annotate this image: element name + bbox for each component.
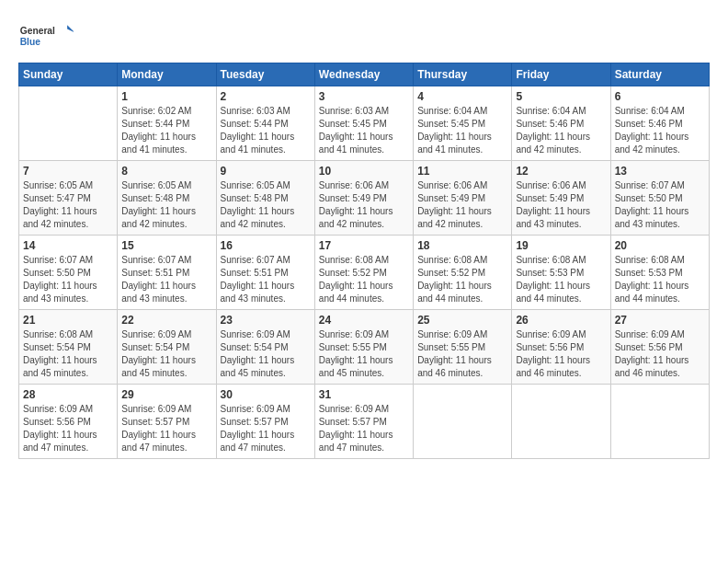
day-cell — [19, 86, 118, 161]
day-info: Sunrise: 6:03 AMSunset: 5:44 PMDaylight:… — [221, 105, 311, 156]
day-info: Sunrise: 6:04 AMSunset: 5:46 PMDaylight:… — [615, 105, 705, 156]
day-info: Sunrise: 6:06 AMSunset: 5:49 PMDaylight:… — [319, 179, 409, 231]
logo: General Blue — [18, 18, 74, 55]
svg-text:General: General — [20, 26, 55, 36]
day-info: Sunrise: 6:09 AMSunset: 5:56 PMDaylight:… — [516, 328, 606, 380]
day-cell: 31Sunrise: 6:09 AMSunset: 5:57 PMDayligh… — [314, 385, 413, 459]
day-cell: 25Sunrise: 6:09 AMSunset: 5:55 PMDayligh… — [414, 310, 512, 385]
day-cell — [414, 385, 512, 459]
day-cell: 26Sunrise: 6:09 AMSunset: 5:56 PMDayligh… — [512, 310, 610, 385]
header-row: SundayMondayTuesdayWednesdayThursdayFrid… — [19, 63, 710, 86]
day-info: Sunrise: 6:06 AMSunset: 5:49 PMDaylight:… — [516, 179, 606, 231]
day-number: 2 — [221, 90, 311, 103]
svg-text:Blue: Blue — [20, 37, 41, 47]
day-number: 10 — [319, 165, 409, 178]
day-info: Sunrise: 6:06 AMSunset: 5:49 PMDaylight:… — [417, 179, 507, 231]
day-number: 21 — [23, 314, 113, 327]
day-info: Sunrise: 6:09 AMSunset: 5:56 PMDaylight:… — [23, 403, 113, 454]
day-cell: 20Sunrise: 6:08 AMSunset: 5:53 PMDayligh… — [610, 236, 709, 310]
day-info: Sunrise: 6:09 AMSunset: 5:57 PMDaylight:… — [221, 403, 311, 454]
day-info: Sunrise: 6:03 AMSunset: 5:45 PMDaylight:… — [319, 105, 409, 156]
day-number: 24 — [319, 314, 409, 327]
day-number: 28 — [23, 388, 113, 401]
week-row-5: 28Sunrise: 6:09 AMSunset: 5:56 PMDayligh… — [19, 385, 710, 459]
day-number: 7 — [23, 165, 113, 178]
day-info: Sunrise: 6:07 AMSunset: 5:51 PMDaylight:… — [121, 254, 211, 305]
day-number: 14 — [23, 239, 113, 252]
day-number: 27 — [615, 314, 705, 327]
day-cell: 3Sunrise: 6:03 AMSunset: 5:45 PMDaylight… — [314, 86, 413, 161]
day-cell: 8Sunrise: 6:05 AMSunset: 5:48 PMDaylight… — [118, 161, 216, 236]
day-cell: 14Sunrise: 6:07 AMSunset: 5:50 PMDayligh… — [19, 236, 118, 310]
day-number: 11 — [417, 165, 507, 178]
day-number: 17 — [319, 239, 409, 252]
day-number: 15 — [121, 239, 211, 252]
day-number: 3 — [319, 90, 409, 103]
header-cell-friday: Friday — [512, 63, 610, 86]
day-number: 30 — [221, 388, 311, 401]
day-cell: 1Sunrise: 6:02 AMSunset: 5:44 PMDaylight… — [118, 86, 216, 161]
day-cell: 23Sunrise: 6:09 AMSunset: 5:54 PMDayligh… — [216, 310, 314, 385]
header-cell-tuesday: Tuesday — [216, 63, 314, 86]
day-cell: 19Sunrise: 6:08 AMSunset: 5:53 PMDayligh… — [512, 236, 610, 310]
day-info: Sunrise: 6:04 AMSunset: 5:46 PMDaylight:… — [516, 105, 606, 156]
day-number: 9 — [221, 165, 311, 178]
day-cell: 2Sunrise: 6:03 AMSunset: 5:44 PMDaylight… — [216, 86, 314, 161]
header-cell-sunday: Sunday — [19, 63, 118, 86]
day-cell: 5Sunrise: 6:04 AMSunset: 5:46 PMDaylight… — [512, 86, 610, 161]
day-number: 22 — [121, 314, 211, 327]
day-cell: 17Sunrise: 6:08 AMSunset: 5:52 PMDayligh… — [314, 236, 413, 310]
header-cell-thursday: Thursday — [414, 63, 512, 86]
day-cell: 4Sunrise: 6:04 AMSunset: 5:45 PMDaylight… — [414, 86, 512, 161]
day-cell: 21Sunrise: 6:08 AMSunset: 5:54 PMDayligh… — [19, 310, 118, 385]
day-number: 4 — [417, 90, 507, 103]
day-number: 23 — [221, 314, 311, 327]
day-number: 1 — [121, 90, 211, 103]
day-number: 6 — [615, 90, 705, 103]
day-info: Sunrise: 6:09 AMSunset: 5:57 PMDaylight:… — [319, 403, 409, 454]
day-number: 31 — [319, 388, 409, 401]
header-cell-wednesday: Wednesday — [314, 63, 413, 86]
calendar-table: SundayMondayTuesdayWednesdayThursdayFrid… — [18, 63, 710, 459]
day-cell: 29Sunrise: 6:09 AMSunset: 5:57 PMDayligh… — [118, 385, 216, 459]
day-info: Sunrise: 6:04 AMSunset: 5:45 PMDaylight:… — [417, 105, 507, 156]
day-info: Sunrise: 6:08 AMSunset: 5:54 PMDaylight:… — [23, 328, 113, 380]
week-row-1: 1Sunrise: 6:02 AMSunset: 5:44 PMDaylight… — [19, 86, 710, 161]
day-info: Sunrise: 6:07 AMSunset: 5:50 PMDaylight:… — [23, 254, 113, 305]
day-number: 19 — [516, 239, 606, 252]
week-row-3: 14Sunrise: 6:07 AMSunset: 5:50 PMDayligh… — [19, 236, 710, 310]
day-info: Sunrise: 6:08 AMSunset: 5:52 PMDaylight:… — [417, 254, 507, 305]
day-info: Sunrise: 6:08 AMSunset: 5:52 PMDaylight:… — [319, 254, 409, 305]
header-cell-saturday: Saturday — [610, 63, 709, 86]
day-cell: 24Sunrise: 6:09 AMSunset: 5:55 PMDayligh… — [314, 310, 413, 385]
day-cell — [610, 385, 709, 459]
day-number: 26 — [516, 314, 606, 327]
day-info: Sunrise: 6:09 AMSunset: 5:55 PMDaylight:… — [319, 328, 409, 380]
day-number: 18 — [417, 239, 507, 252]
day-info: Sunrise: 6:09 AMSunset: 5:57 PMDaylight:… — [121, 403, 211, 454]
day-cell: 22Sunrise: 6:09 AMSunset: 5:54 PMDayligh… — [118, 310, 216, 385]
day-cell: 12Sunrise: 6:06 AMSunset: 5:49 PMDayligh… — [512, 161, 610, 236]
day-info: Sunrise: 6:09 AMSunset: 5:56 PMDaylight:… — [615, 328, 705, 380]
day-cell — [512, 385, 610, 459]
day-info: Sunrise: 6:09 AMSunset: 5:54 PMDaylight:… — [121, 328, 211, 380]
header: General Blue — [18, 18, 710, 55]
day-info: Sunrise: 6:09 AMSunset: 5:54 PMDaylight:… — [221, 328, 311, 380]
day-cell: 18Sunrise: 6:08 AMSunset: 5:52 PMDayligh… — [414, 236, 512, 310]
day-info: Sunrise: 6:07 AMSunset: 5:51 PMDaylight:… — [221, 254, 311, 305]
day-info: Sunrise: 6:05 AMSunset: 5:48 PMDaylight:… — [121, 179, 211, 231]
day-cell: 28Sunrise: 6:09 AMSunset: 5:56 PMDayligh… — [19, 385, 118, 459]
day-info: Sunrise: 6:02 AMSunset: 5:44 PMDaylight:… — [121, 105, 211, 156]
day-info: Sunrise: 6:09 AMSunset: 5:55 PMDaylight:… — [417, 328, 507, 380]
day-info: Sunrise: 6:07 AMSunset: 5:50 PMDaylight:… — [615, 179, 705, 231]
day-info: Sunrise: 6:08 AMSunset: 5:53 PMDaylight:… — [516, 254, 606, 305]
day-number: 8 — [121, 165, 211, 178]
logo-svg: General Blue — [18, 18, 74, 55]
day-cell: 10Sunrise: 6:06 AMSunset: 5:49 PMDayligh… — [314, 161, 413, 236]
day-cell: 9Sunrise: 6:05 AMSunset: 5:48 PMDaylight… — [216, 161, 314, 236]
day-number: 20 — [615, 239, 705, 252]
day-number: 12 — [516, 165, 606, 178]
day-info: Sunrise: 6:08 AMSunset: 5:53 PMDaylight:… — [615, 254, 705, 305]
day-cell: 13Sunrise: 6:07 AMSunset: 5:50 PMDayligh… — [610, 161, 709, 236]
day-number: 5 — [516, 90, 606, 103]
